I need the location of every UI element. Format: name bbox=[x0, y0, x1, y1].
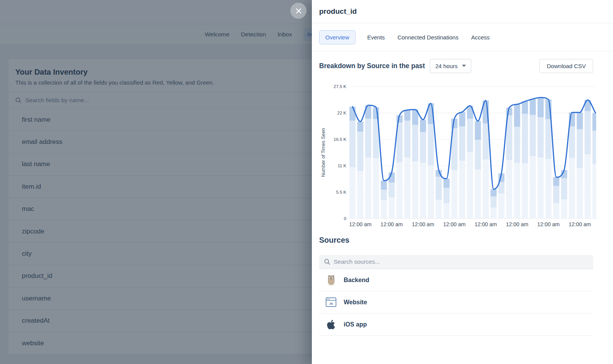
source-row-backend[interactable]: Backend bbox=[319, 269, 593, 291]
x-tick-label: 12:00 am bbox=[412, 221, 434, 227]
y-tick-label: 22 K bbox=[337, 111, 346, 115]
source-label: Backend bbox=[344, 277, 369, 284]
source-rows: BackendJSWebsiteiOS app bbox=[319, 269, 593, 336]
sources-heading: Sources bbox=[319, 236, 349, 245]
sources-search-bar[interactable] bbox=[319, 255, 593, 269]
search-icon bbox=[324, 259, 330, 265]
y-tick-label: 0 bbox=[344, 216, 346, 221]
x-tick-label: 12:00 am bbox=[537, 221, 559, 227]
x-tick-label: 12:00 am bbox=[443, 221, 465, 227]
drawer-tab-bar: OverviewEventsConnected DestinationsAcce… bbox=[312, 24, 613, 51]
tab-access[interactable]: Access bbox=[470, 31, 490, 44]
x-tick-label: 12:00 am bbox=[475, 221, 497, 227]
tab-events[interactable]: Events bbox=[367, 31, 386, 44]
breakdown-chart: 05.5 K11 K16.5 K22 K27.5 KNumber of Time… bbox=[312, 75, 613, 235]
apple-icon bbox=[326, 319, 336, 330]
gopher-icon bbox=[326, 274, 336, 286]
sources-search-input[interactable] bbox=[334, 258, 588, 265]
y-tick-label: 5.5 K bbox=[336, 190, 346, 194]
tab-connected-destinations[interactable]: Connected Destinations bbox=[397, 31, 459, 44]
time-range-dropdown[interactable]: 24 hours bbox=[430, 59, 471, 73]
close-icon bbox=[295, 8, 302, 14]
drawer-title: product_id bbox=[319, 7, 357, 16]
time-range-value: 24 hours bbox=[435, 63, 457, 69]
svg-text:JS: JS bbox=[329, 302, 333, 305]
source-row-ios-app[interactable]: iOS app bbox=[319, 313, 593, 336]
field-detail-drawer: product_id OverviewEventsConnected Desti… bbox=[312, 0, 613, 364]
browser-js-icon: JS bbox=[326, 297, 336, 307]
y-tick-label: 27.5 K bbox=[334, 84, 347, 89]
x-tick-label: 12:00 am bbox=[506, 221, 528, 227]
x-tick-label: 12:00 am bbox=[380, 221, 403, 227]
breakdown-heading: Breakdown by Source in the past bbox=[319, 62, 425, 70]
download-csv-button[interactable]: Download CSV bbox=[539, 59, 593, 73]
y-tick-label: 11 K bbox=[338, 163, 346, 168]
y-tick-label: 16.5 K bbox=[334, 137, 347, 142]
source-row-website[interactable]: JSWebsite bbox=[319, 291, 593, 313]
y-axis-title: Number of Times Seen bbox=[321, 128, 326, 177]
breakdown-header-row: Breakdown by Source in the past 24 hours… bbox=[319, 58, 593, 73]
source-label: iOS app bbox=[344, 321, 367, 328]
source-label: Website bbox=[344, 299, 367, 306]
tab-overview[interactable]: Overview bbox=[319, 30, 356, 44]
drawer-header: product_id bbox=[312, 0, 613, 23]
x-tick-label: 12:00 am bbox=[349, 221, 371, 227]
x-tick-label: 12:00 am bbox=[569, 221, 591, 227]
chevron-down-icon bbox=[462, 65, 466, 67]
close-button[interactable] bbox=[290, 3, 306, 19]
source-list: BackendJSWebsiteiOS app bbox=[319, 255, 593, 336]
